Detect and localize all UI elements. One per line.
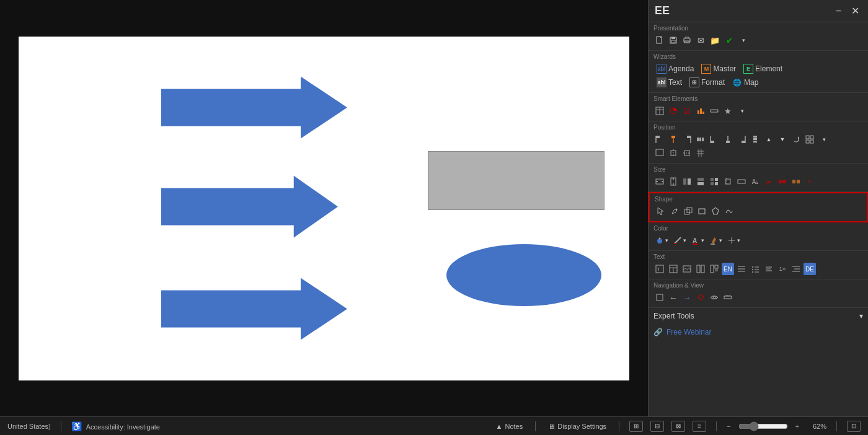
size-more[interactable]: + — [804, 175, 816, 188]
pos-center-v[interactable] — [681, 147, 693, 159]
highlight-btn[interactable] — [707, 234, 724, 247]
smart-bar-btn[interactable] — [694, 105, 707, 117]
display-settings-button[interactable]: 🖥 Display Settings — [546, 421, 609, 431]
pos-align-tc[interactable] — [667, 133, 680, 146]
shape-combine-btn[interactable] — [682, 205, 694, 218]
arrow-shape-3[interactable] — [161, 278, 347, 340]
pos-front[interactable]: ▲ — [763, 133, 775, 146]
text-lang-btn[interactable]: EN — [722, 263, 734, 275]
panel-title: EE — [655, 4, 670, 17]
minimize-button[interactable]: − — [833, 4, 844, 18]
smart-check-btn[interactable]: ☑ — [681, 105, 693, 117]
master-wizard-btn[interactable]: M Master — [698, 63, 739, 75]
shape-edit-btn[interactable] — [668, 205, 681, 218]
font-color-btn[interactable]: A — [689, 234, 706, 247]
shape-rect-btn[interactable] — [696, 205, 708, 218]
more-color-btn[interactable] — [725, 234, 742, 247]
pos-back[interactable]: ▼ — [776, 133, 789, 146]
agenda-wizard-btn[interactable]: abl Agenda — [653, 63, 697, 75]
nav-back-btn[interactable]: ← — [667, 291, 680, 304]
pos-rotate[interactable] — [790, 133, 802, 146]
text-cols-btn[interactable] — [694, 263, 707, 275]
arrow-shape-2[interactable] — [161, 176, 338, 238]
rectangle-shape[interactable] — [428, 151, 604, 210]
more-btn[interactable] — [737, 34, 749, 46]
size-same-h[interactable] — [694, 175, 707, 188]
smart-more-btn[interactable] — [735, 105, 748, 117]
smart-star-btn[interactable]: ★ — [722, 105, 734, 117]
pos-align-br[interactable] — [735, 133, 748, 146]
folder-btn[interactable]: 📁 — [708, 34, 722, 46]
text-list1-btn[interactable] — [735, 263, 748, 275]
position-toolbar1: ▲ ▼ — [653, 133, 863, 146]
nav-eye-btn[interactable] — [708, 291, 720, 304]
size-fit-w[interactable] — [653, 175, 666, 188]
divider-1 — [61, 421, 61, 431]
pos-align-bl[interactable] — [708, 133, 720, 146]
size-same-wh[interactable] — [708, 175, 720, 188]
size-narrow[interactable] — [722, 175, 734, 188]
text-img-btn[interactable] — [681, 263, 693, 275]
pos-dist-v[interactable] — [749, 133, 761, 146]
nav-forward-btn[interactable]: → — [681, 291, 693, 304]
pos-align-bc[interactable] — [722, 133, 734, 146]
nav-home-btn[interactable] — [653, 291, 666, 304]
pos-slide[interactable] — [653, 147, 666, 159]
close-button[interactable]: ✕ — [849, 4, 862, 18]
text-list2-btn[interactable] — [749, 263, 761, 275]
email-btn[interactable]: ✉ — [694, 34, 707, 46]
pos-more[interactable] — [817, 133, 830, 146]
text-num-list-btn[interactable]: 1≡ — [776, 263, 789, 275]
expert-tools[interactable]: Expert Tools ▾ — [649, 308, 868, 324]
pos-grid2[interactable] — [694, 147, 707, 159]
slide-column-btn[interactable]: ⊠ — [671, 421, 685, 432]
slide-normal-btn[interactable]: ⊞ — [629, 421, 643, 432]
pos-align-tl[interactable] — [653, 133, 666, 146]
slide-grid-btn[interactable]: ⊟ — [650, 421, 664, 432]
text-box-btn[interactable]: T — [653, 263, 666, 275]
size-same-w[interactable] — [681, 175, 693, 188]
size-wide[interactable] — [735, 175, 748, 188]
map-wizard-btn[interactable]: 🌐 Map — [729, 76, 761, 89]
text-lang2-btn[interactable]: DE — [804, 263, 816, 275]
smart-pie-btn[interactable] — [667, 105, 680, 117]
format-wizard-btn[interactable]: ⊞ Format — [686, 76, 728, 89]
size-px[interactable]: px — [763, 175, 775, 188]
pos-dist-h[interactable] — [694, 133, 707, 146]
shape-select-btn[interactable] — [655, 205, 667, 218]
new-btn[interactable] — [653, 34, 666, 46]
slide-canvas[interactable] — [19, 37, 629, 380]
nav-measure-btn[interactable] — [722, 291, 734, 304]
pos-align-tr[interactable] — [681, 133, 693, 146]
size-reduce[interactable] — [776, 175, 789, 188]
text-indent-btn[interactable] — [790, 263, 802, 275]
pos-center-h[interactable] — [667, 147, 680, 159]
ellipse-shape[interactable] — [446, 244, 601, 306]
element-wizard-btn[interactable]: E Element — [740, 63, 786, 75]
pos-grid[interactable] — [804, 133, 816, 146]
shape-curve-btn[interactable] — [723, 205, 735, 218]
notes-button[interactable]: ▲ Notes — [494, 421, 526, 431]
line-color-btn[interactable] — [671, 234, 688, 247]
smart-table-btn[interactable] — [653, 105, 666, 117]
save-btn[interactable] — [667, 34, 680, 46]
size-fit-h[interactable] — [667, 175, 680, 188]
fill-color-btn[interactable] — [653, 234, 670, 247]
nav-pin-btn[interactable] — [694, 291, 707, 304]
color-label: Color — [653, 225, 863, 232]
free-webinar[interactable]: 🔗 Free Webinar — [649, 324, 868, 340]
size-expand[interactable] — [790, 175, 802, 188]
zoom-slider[interactable] — [738, 421, 788, 431]
slide-outline-btn[interactable]: ≡ — [693, 421, 706, 432]
text-table-btn[interactable] — [667, 263, 680, 275]
fit-page-btn[interactable]: ⊡ — [847, 421, 861, 432]
text-align-btn[interactable] — [763, 263, 775, 275]
check-btn[interactable]: ✔ — [723, 34, 735, 46]
text-wizard-btn[interactable]: abl Text — [653, 76, 685, 89]
shape-poly-btn[interactable] — [709, 205, 722, 218]
size-custom[interactable]: A₁ — [749, 175, 761, 188]
smart-line-btn[interactable] — [708, 105, 720, 117]
arrow-shape-1[interactable] — [161, 77, 347, 139]
print-btn[interactable] — [681, 34, 693, 46]
text-flow-btn[interactable] — [708, 263, 720, 275]
